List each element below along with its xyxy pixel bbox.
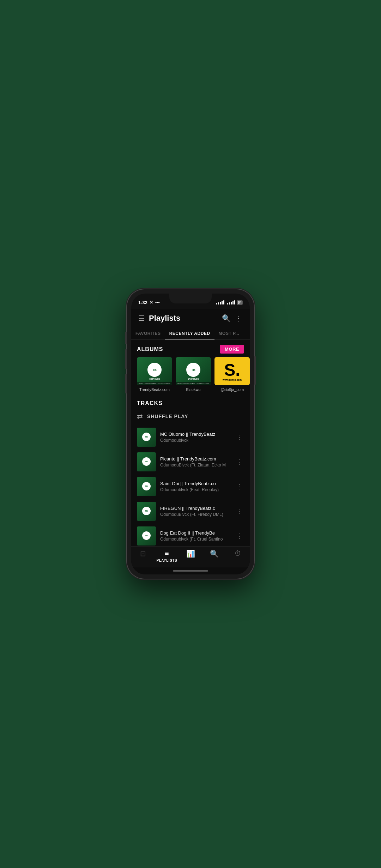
signal-bar2-5 [234, 300, 235, 305]
signal-bar-2 [218, 302, 219, 305]
s-letter: S. [224, 362, 240, 379]
track-options-icon-3[interactable]: ⋮ [235, 481, 244, 492]
track-item-2[interactable]: TB Picanto || TrendyBeatz.com OdumoduBlv… [131, 450, 250, 474]
album-label-trendybeatz1: TrendyBeatz.com [139, 387, 170, 392]
phone-frame: 1:32 ✕ ••• [127, 289, 254, 579]
home-indicator [131, 567, 250, 574]
signal-bar2-3 [231, 302, 232, 305]
track-title-1: MC Oluomo || TrendyBeatz [160, 432, 231, 437]
album-item-trendybeatz1[interactable]: TB NAIJA MUSIC MUSIC • VIDEOS • 2K ARTs … [137, 357, 172, 392]
track-art-logo-2: TB [142, 457, 151, 466]
albums-row: TB NAIJA MUSIC MUSIC • VIDEOS • 2K ARTs … [131, 357, 250, 397]
track-thumb-2: TB [137, 452, 156, 471]
track-item-3[interactable]: TB Saint Obi || TrendyBeatz.co Odumodubl… [131, 474, 250, 499]
tab-favorites[interactable]: FAVORITES [131, 327, 165, 339]
track-art-logo-3: TB [142, 482, 151, 490]
main-scroll-content[interactable]: ALBUMS MORE TB NAIJA MUSIC MUSIC • VIDEO… [131, 340, 250, 546]
shuffle-play-row[interactable]: ⇄ SHUFFLE PLAY [131, 408, 250, 425]
s-domain: www.six9ja.com [223, 379, 242, 381]
album-label-eziokwu: Eziokwu [186, 387, 201, 392]
track-thumb-4: TB [137, 502, 156, 521]
phone-screen: 1:32 ✕ ••• [131, 294, 250, 574]
search-icon[interactable]: 🔍 [220, 312, 233, 325]
silent-button[interactable] [125, 374, 127, 393]
track-options-icon-5[interactable]: ⋮ [235, 531, 244, 541]
albums-title: ALBUMS [137, 346, 163, 352]
track-artist-3: Odumodublvck (Feat. Reeplay) [160, 487, 231, 492]
track-art-logo-4: TB [142, 507, 151, 515]
app-screen: ☰ Playlists 🔍 ⋮ FAVORITES RECENTLY ADDED… [131, 309, 250, 574]
signal-bar-3 [220, 302, 221, 305]
power-button[interactable] [254, 356, 256, 385]
album-item-eziokwu[interactable]: TB NAIJA MUSIC MUSIC • VIDEOS • 2K ARTs … [176, 357, 211, 392]
status-right: 64 [216, 300, 243, 305]
tab-recently-added[interactable]: RECENTLY ADDED [165, 327, 214, 339]
nav-item-sleep[interactable]: ⏱ [226, 549, 250, 562]
search-nav-icon: 🔍 [210, 549, 219, 558]
album-thumb-eziokwu: TB NAIJA MUSIC MUSIC • VIDEOS • 2K ARTs … [176, 357, 211, 385]
track-options-icon-1[interactable]: ⋮ [235, 432, 244, 442]
track-title-4: FIREGUN || TrendyBeatz.c [160, 506, 231, 511]
library-icon: ⊡ [140, 549, 146, 558]
shuffle-icon: ⇄ [137, 412, 143, 421]
page-title: Playlists [149, 314, 220, 323]
track-info-2: Picanto || TrendyBeatz.com OdumoduBlvck … [160, 456, 231, 468]
signal-bar2-4 [232, 301, 234, 305]
track-info-3: Saint Obi || TrendyBeatz.co Odumodublvck… [160, 481, 231, 492]
track-artist-1: Odumodublvck [160, 438, 231, 443]
tab-most-played[interactable]: MOST P... [214, 327, 244, 339]
tb-bottom-1: MUSIC • VIDEOS • 2K ARTs • CELEBRITY NEW… [137, 382, 172, 385]
album-label-six9ja: @six9ja_com [220, 387, 244, 392]
album-item-six9ja[interactable]: S. www.six9ja.com @six9ja_com [214, 357, 250, 392]
tracks-section-header: TRACKS [131, 397, 250, 408]
signal-bars-2 [227, 300, 235, 305]
nav-item-library[interactable]: ⊡ [131, 549, 155, 562]
track-item-4[interactable]: TB FIREGUN || TrendyBeatz.c OdumoduBlvck… [131, 499, 250, 524]
app-header: ☰ Playlists 🔍 ⋮ [131, 309, 250, 327]
notch [169, 294, 212, 303]
playlists-icon: ≡ [165, 549, 169, 557]
track-item-1[interactable]: TB MC Oluomo || TrendyBeatz Odumodublvck… [131, 425, 250, 450]
track-item-5[interactable]: TB Dog Eat Dog II || TrendyBe Odumodublv… [131, 524, 250, 546]
signal-bar2-2 [229, 302, 230, 305]
playlists-nav-label: PLAYLISTS [157, 559, 177, 562]
track-thumb-3: TB [137, 477, 156, 496]
volume-up-button[interactable] [125, 332, 127, 344]
hamburger-menu-icon[interactable]: ☰ [137, 313, 146, 324]
signal-bar-5 [223, 300, 224, 305]
track-art-3: TB [137, 477, 156, 496]
track-title-5: Dog Eat Dog II || TrendyBe [160, 530, 231, 536]
volume-down-button[interactable] [125, 349, 127, 369]
more-albums-button[interactable]: MORE [220, 345, 244, 354]
track-art-2: TB [137, 452, 156, 471]
signal-bar2-1 [227, 303, 228, 305]
tb-bottom-2: MUSIC • VIDEOS • 2K ARTs • CELEBRITY NEW… [176, 382, 211, 385]
album-art-trendybeatz1: TB NAIJA MUSIC MUSIC • VIDEOS • 2K ARTs … [137, 357, 172, 385]
status-left: 1:32 ✕ ••• [138, 300, 160, 305]
tracks-title: TRACKS [137, 400, 163, 406]
track-artist-4: OdumoduBlvck (Ft. Fireboy DML) [160, 512, 231, 517]
x-icon: ✕ [150, 300, 153, 305]
signal-bars [216, 300, 224, 305]
shuffle-label: SHUFFLE PLAY [147, 414, 188, 419]
track-title-3: Saint Obi || TrendyBeatz.co [160, 481, 231, 486]
track-art-4: TB [137, 502, 156, 521]
track-art-logo-5: TB [142, 531, 151, 540]
charts-icon: 📊 [186, 549, 195, 558]
track-options-icon-4[interactable]: ⋮ [235, 506, 244, 517]
time: 1:32 [138, 300, 147, 305]
nav-item-search[interactable]: 🔍 [202, 549, 226, 562]
albums-section-header: ALBUMS MORE [131, 340, 250, 357]
track-info-5: Dog Eat Dog II || TrendyBe Odumodublvck … [160, 530, 231, 542]
signal-bar-4 [222, 301, 223, 305]
tb-logo-1: TB [147, 363, 162, 377]
track-thumb-5: TB [137, 526, 156, 545]
signal-bar-1 [216, 303, 217, 305]
track-options-icon-2[interactable]: ⋮ [235, 457, 244, 467]
album-art-eziokwu: TB NAIJA MUSIC MUSIC • VIDEOS • 2K ARTs … [176, 357, 211, 385]
more-options-icon[interactable]: ⋮ [233, 312, 244, 325]
track-title-2: Picanto || TrendyBeatz.com [160, 456, 231, 462]
track-art-logo-1: TB [142, 433, 151, 441]
nav-item-playlists[interactable]: ≡ PLAYLISTS [155, 549, 179, 562]
nav-item-charts[interactable]: 📊 [179, 549, 202, 562]
